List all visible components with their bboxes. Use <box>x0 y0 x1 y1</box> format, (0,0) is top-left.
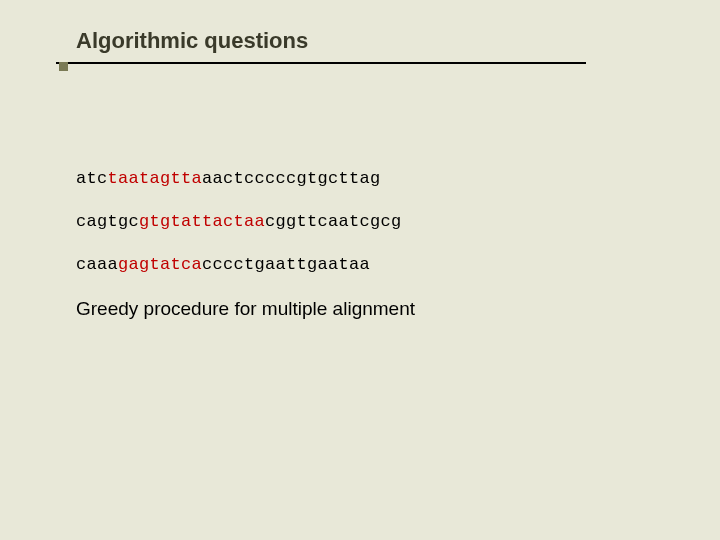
sequence-2: cagtgcgtgtattactaacggttcaatcgcg <box>76 212 660 231</box>
seq1-pre: atc <box>76 169 108 188</box>
seq1-post: aactcccccgtgcttag <box>202 169 381 188</box>
slide: Algorithmic questions atctaatagttaaactcc… <box>0 0 720 540</box>
content-area: atctaatagttaaactcccccgtgcttag cagtgcgtgt… <box>76 64 660 320</box>
title-rule <box>56 62 586 64</box>
seq1-highlight: taatagtta <box>108 169 203 188</box>
description: Greedy procedure for multiple alignment <box>76 298 660 320</box>
slide-title: Algorithmic questions <box>76 28 660 54</box>
seq3-highlight: gagtatca <box>118 255 202 274</box>
bullet-marker <box>59 62 68 71</box>
seq3-pre: caaa <box>76 255 118 274</box>
sequence-3: caaagagtatcacccctgaattgaataa <box>76 255 660 274</box>
seq3-post: cccctgaattgaataa <box>202 255 370 274</box>
seq2-highlight: gtgtattactaa <box>139 212 265 231</box>
seq2-pre: cagtgc <box>76 212 139 231</box>
sequence-1: atctaatagttaaactcccccgtgcttag <box>76 169 660 188</box>
title-area: Algorithmic questions <box>76 28 660 64</box>
seq2-post: cggttcaatcgcg <box>265 212 402 231</box>
